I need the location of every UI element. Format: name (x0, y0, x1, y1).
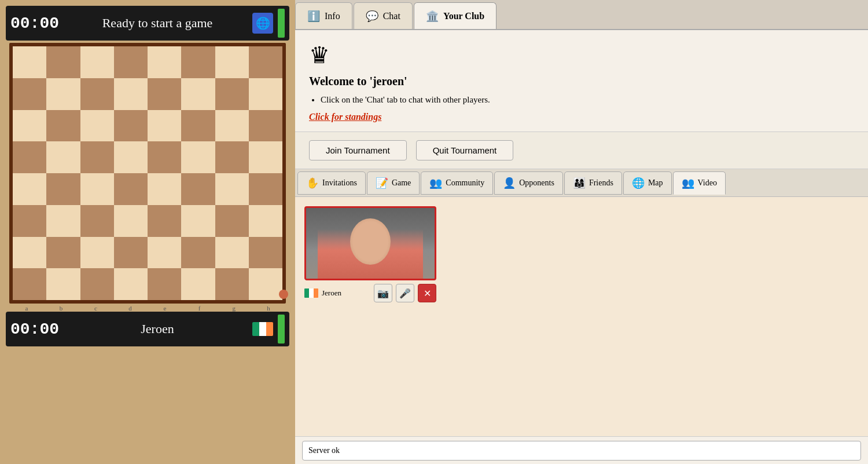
file-labels: abcdefgh (9, 305, 286, 312)
chess-cell (114, 46, 148, 78)
chess-cell (46, 205, 80, 237)
chess-cell (114, 237, 148, 269)
sub-tab-game[interactable]: 📝 Game (367, 171, 420, 195)
chess-cell (215, 237, 249, 269)
chess-cell (13, 46, 46, 78)
sub-tab-opponents[interactable]: 👤 Opponents (494, 171, 563, 195)
welcome-list: Click on the 'Chat' tab to chat with oth… (321, 95, 854, 105)
sub-tab-friends[interactable]: 👨‍👩‍👧 Friends (564, 171, 622, 195)
chess-cell (181, 110, 215, 142)
tab-info-label: Info (325, 11, 340, 21)
top-tabs: ℹ️ Info 💬 Chat 🏛️ Your Club (295, 0, 868, 30)
chess-cell (46, 46, 80, 78)
status-input[interactable] (302, 441, 861, 461)
chess-cell (249, 173, 282, 205)
file-label: f (183, 305, 216, 312)
chess-cell (249, 237, 282, 269)
close-video-button[interactable]: ✕ (418, 284, 436, 302)
chess-cell (114, 141, 148, 173)
video-controls: Jeroen 📷 🎤 ✕ (304, 284, 436, 302)
sub-tab-video-label: Video (698, 178, 717, 188)
chess-cell (215, 46, 249, 78)
chess-cell (215, 110, 249, 142)
video-icon: 👥 (682, 177, 694, 189)
flag-s3 (314, 288, 318, 298)
chess-cell (215, 141, 249, 173)
bottom-timer-bar: 00:00 Jeroen (6, 312, 289, 346)
tab-chat[interactable]: 💬 Chat (354, 2, 413, 29)
left-panel: 00:00 Ready to start a game 🌐 abcdefgh 0… (0, 0, 295, 464)
sub-tab-video[interactable]: 👥 Video (673, 171, 726, 195)
chess-cell (181, 268, 215, 300)
tab-your-club[interactable]: 🏛️ Your Club (414, 2, 496, 29)
top-timer-bar: 00:00 Ready to start a game 🌐 (6, 6, 289, 41)
invitations-icon: ✋ (306, 177, 319, 189)
chess-cell (80, 46, 114, 78)
sub-tab-map-label: Map (648, 178, 663, 188)
quit-tournament-button[interactable]: Quit Tournament (416, 140, 514, 160)
chess-cell (13, 173, 46, 205)
tab-chat-label: Chat (383, 11, 400, 21)
chess-cell (80, 110, 114, 142)
crown-icon: ♛ (309, 42, 854, 69)
chess-cell (80, 205, 114, 237)
file-label: d (113, 305, 146, 312)
opponents-icon: 👤 (503, 177, 516, 189)
chess-cell (215, 205, 249, 237)
chess-cell (249, 205, 282, 237)
join-tournament-button[interactable]: Join Tournament (309, 140, 407, 160)
map-icon: 🌐 (632, 177, 645, 189)
chess-cell (215, 173, 249, 205)
chess-cell (80, 237, 114, 269)
sub-tab-community[interactable]: 👥 Community (421, 171, 493, 195)
camera-button[interactable]: 📷 (374, 284, 392, 302)
un-icon[interactable]: 🌐 (252, 13, 273, 34)
sub-tab-map[interactable]: 🌐 Map (623, 171, 672, 195)
microphone-button[interactable]: 🎤 (396, 284, 414, 302)
chess-cell (114, 268, 148, 300)
chess-cell (249, 141, 282, 173)
chat-icon: 💬 (366, 10, 378, 23)
flag-s1 (304, 288, 309, 298)
flag-s2 (309, 288, 314, 298)
tab-info[interactable]: ℹ️ Info (295, 2, 352, 29)
chess-cell (215, 78, 249, 110)
video-player-name: Jeroen (322, 288, 370, 298)
chess-cell (13, 78, 46, 110)
file-label: b (45, 305, 78, 312)
chess-cell (148, 205, 181, 237)
chess-cell (148, 268, 181, 300)
chess-cell (249, 268, 282, 300)
chess-cell (249, 110, 282, 142)
status-bar (295, 436, 868, 464)
chess-cell (13, 205, 46, 237)
chess-board (9, 43, 286, 304)
player-name-display: Jeroen (62, 321, 252, 337)
right-panel: ℹ️ Info 💬 Chat 🏛️ Your Club ♛ Welcome to… (295, 0, 868, 464)
sub-tab-community-label: Community (446, 178, 484, 188)
person-head (350, 218, 391, 265)
player-flag (304, 288, 318, 298)
sub-tab-invitations[interactable]: ✋ Invitations (297, 171, 366, 195)
chess-cell (249, 46, 282, 78)
welcome-title: Welcome to 'jeroen' (309, 75, 854, 88)
chess-cell (148, 78, 181, 110)
chess-cell (181, 173, 215, 205)
flag-white (259, 322, 266, 336)
tournament-buttons: Join Tournament Quit Tournament (295, 132, 868, 169)
friends-icon: 👨‍👩‍👧 (573, 177, 586, 189)
ireland-flag (252, 322, 273, 336)
bottom-green-bar (278, 315, 285, 344)
chess-cell (114, 173, 148, 205)
standings-link[interactable]: Click for standings (309, 112, 381, 122)
info-icon: ℹ️ (307, 10, 320, 23)
flag-green (252, 322, 259, 336)
chess-cell (114, 110, 148, 142)
community-icon: 👥 (429, 177, 442, 189)
chess-cell (114, 205, 148, 237)
chess-cell (46, 141, 80, 173)
sub-tab-friends-label: Friends (589, 178, 613, 188)
file-label: g (218, 305, 251, 312)
file-label: c (79, 305, 112, 312)
chess-cell (148, 173, 181, 205)
